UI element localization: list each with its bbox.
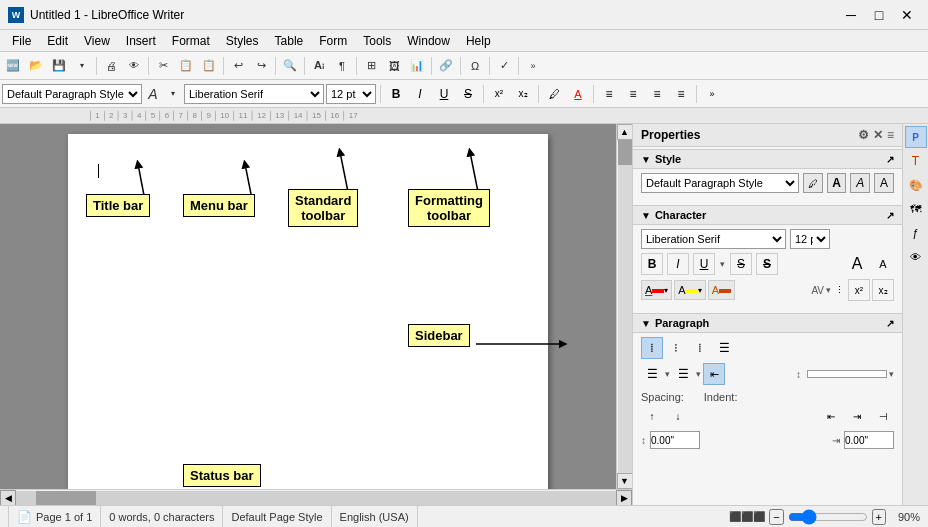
highlight-button[interactable]: 🖊 — [543, 83, 565, 105]
sidebar-strike-button[interactable]: S — [730, 253, 752, 275]
strikethrough-button[interactable]: S — [457, 83, 479, 105]
menu-styles[interactable]: Styles — [218, 32, 267, 50]
sidebar-para-align-justify[interactable]: ☰ — [713, 337, 735, 359]
sidebar-underline-button[interactable]: U — [693, 253, 715, 275]
paste-button[interactable]: 📋 — [198, 55, 220, 77]
toolbar-overflow[interactable]: » — [522, 55, 544, 77]
insert-chart-button[interactable]: 📊 — [406, 55, 428, 77]
spacing-above-input[interactable] — [650, 431, 700, 449]
spacing-av-drop[interactable]: ▾ — [826, 285, 831, 295]
para-list1-drop[interactable]: ▾ — [665, 369, 670, 379]
font-style-drop-button[interactable]: ▾ — [164, 83, 182, 105]
styles-button[interactable]: Aᵢ — [308, 55, 330, 77]
menu-form[interactable]: Form — [311, 32, 355, 50]
style-section-expand-icon[interactable]: ↗ — [886, 154, 894, 165]
undo-button[interactable]: ↩ — [227, 55, 249, 77]
menu-help[interactable]: Help — [458, 32, 499, 50]
sidebar-charshading-button[interactable]: A — [708, 280, 735, 300]
spell-button[interactable]: ✓ — [493, 55, 515, 77]
sidebar-font-color-button[interactable]: A ▾ — [641, 280, 672, 300]
superscript-button[interactable]: x² — [488, 83, 510, 105]
underline-button[interactable]: U — [433, 83, 455, 105]
sidebar-big-A-button[interactable]: A — [846, 253, 868, 275]
indent-increase[interactable]: ⇥ — [846, 405, 868, 427]
minimize-button[interactable]: ─ — [838, 4, 864, 26]
paragraph-section-expand-icon[interactable]: ↗ — [886, 318, 894, 329]
sidebar-bold-button[interactable]: B — [641, 253, 663, 275]
sidebar-font-name-select[interactable]: Liberation Serif — [641, 229, 786, 249]
menu-format[interactable]: Format — [164, 32, 218, 50]
sidebar-subscript-button[interactable]: x₂ — [872, 279, 894, 301]
sidebar-para-align-right[interactable]: ⁞ — [689, 337, 711, 359]
save-drop-button[interactable]: ▾ — [71, 55, 93, 77]
right-gallery-button[interactable]: 🎨 — [905, 174, 927, 196]
sidebar-highlight-button[interactable]: A ▾ — [674, 280, 705, 300]
font-name-select[interactable]: Liberation Serif — [184, 84, 324, 104]
right-properties-button[interactable]: P — [905, 126, 927, 148]
font-color-button[interactable]: A — [567, 83, 589, 105]
align-justify-button[interactable]: ≡ — [670, 83, 692, 105]
insert-image-button[interactable]: 🖼 — [383, 55, 405, 77]
sidebar-collapse-icon[interactable]: ≡ — [887, 128, 894, 142]
open-button[interactable]: 📂 — [25, 55, 47, 77]
sidebar-settings-icon[interactable]: ⚙ — [858, 128, 869, 142]
sidebar-style-select[interactable]: Default Paragraph Style — [641, 173, 799, 193]
sidebar-paragraph-header[interactable]: ▼ Paragraph ↗ — [633, 313, 902, 333]
sidebar-style-new-button[interactable]: A — [827, 173, 847, 193]
right-navigator-button[interactable]: 🗺 — [905, 198, 927, 220]
scroll-up-button[interactable]: ▲ — [617, 124, 633, 140]
bold-button[interactable]: B — [385, 83, 407, 105]
maximize-button[interactable]: □ — [866, 4, 892, 26]
menu-tools[interactable]: Tools — [355, 32, 399, 50]
zoom-increase-button[interactable]: + — [872, 509, 886, 525]
new-button[interactable]: 🆕 — [2, 55, 24, 77]
sidebar-style-header[interactable]: ▼ Style ↗ — [633, 149, 902, 169]
paragraph-style-select[interactable]: Default Paragraph Style — [2, 84, 142, 104]
highlight-drop[interactable]: ▾ — [698, 286, 702, 295]
align-left-button[interactable]: ≡ — [598, 83, 620, 105]
subscript-button[interactable]: x₂ — [512, 83, 534, 105]
spacing-above-increase[interactable]: ↓ — [667, 405, 689, 427]
cut-button[interactable]: ✂ — [152, 55, 174, 77]
sidebar-style-apply-button[interactable]: A — [874, 173, 894, 193]
hanging-indent[interactable]: ⊣ — [872, 405, 894, 427]
scroll-thumb[interactable] — [618, 140, 632, 165]
scroll-down-button[interactable]: ▼ — [617, 473, 633, 489]
h-scroll-thumb[interactable] — [36, 491, 96, 505]
format-marks-button[interactable]: ¶ — [331, 55, 353, 77]
character-section-expand-icon[interactable]: ↗ — [886, 210, 894, 221]
sidebar-font-size-select[interactable]: 12 pt — [790, 229, 830, 249]
indent-decrease[interactable]: ⇤ — [820, 405, 842, 427]
sidebar-para-decrease-indent[interactable]: ⇤ — [703, 363, 725, 385]
menu-window[interactable]: Window — [399, 32, 458, 50]
para-list2-drop[interactable]: ▾ — [696, 369, 701, 379]
sidebar-small-A-button[interactable]: A — [872, 253, 894, 275]
scroll-left-button[interactable]: ◀ — [0, 490, 16, 506]
right-functions-button[interactable]: ƒ — [905, 222, 927, 244]
sidebar-style-edit-button[interactable]: 🖊 — [803, 173, 823, 193]
sidebar-style-clear-button[interactable]: A — [850, 173, 870, 193]
menu-view[interactable]: View — [76, 32, 118, 50]
font-style-icon-button[interactable]: A — [144, 83, 162, 105]
close-button[interactable]: ✕ — [894, 4, 920, 26]
menu-insert[interactable]: Insert — [118, 32, 164, 50]
indent-value-input[interactable] — [844, 431, 894, 449]
font-size-select[interactable]: 12 pt — [326, 84, 376, 104]
align-right-button[interactable]: ≡ — [646, 83, 668, 105]
sidebar-para-align-center[interactable]: ⁝ — [665, 337, 687, 359]
sidebar-para-align-left[interactable]: ⁞ — [641, 337, 663, 359]
find-button[interactable]: 🔍 — [279, 55, 301, 77]
italic-button[interactable]: I — [409, 83, 431, 105]
spacing-above-decrease[interactable]: ↑ — [641, 405, 663, 427]
sidebar-dblstrike-button[interactable]: S — [756, 253, 778, 275]
menu-edit[interactable]: Edit — [39, 32, 76, 50]
print-button[interactable]: 🖨 — [100, 55, 122, 77]
redo-button[interactable]: ↪ — [250, 55, 272, 77]
format-overflow[interactable]: » — [701, 83, 723, 105]
align-center-button[interactable]: ≡ — [622, 83, 644, 105]
document-area[interactable]: Title bar Menu bar — [0, 124, 616, 489]
right-view-button[interactable]: 👁 — [905, 246, 927, 268]
copy-button[interactable]: 📋 — [175, 55, 197, 77]
sidebar-para-list1[interactable]: ☰ — [641, 363, 663, 385]
sidebar-close-icon[interactable]: ✕ — [873, 128, 883, 142]
